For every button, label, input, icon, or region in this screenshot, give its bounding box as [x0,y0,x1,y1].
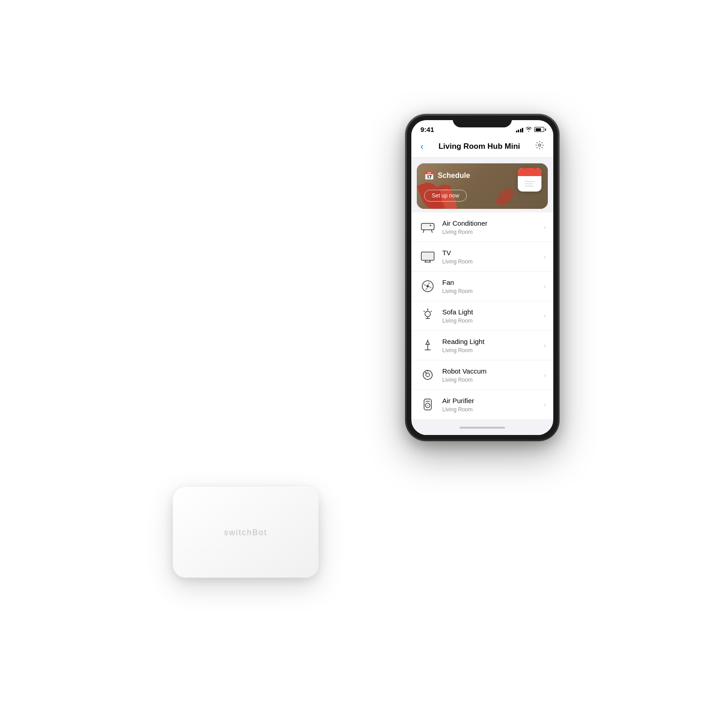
nav-bar: ‹ Living Room Hub Mini [411,136,553,158]
svg-rect-2 [422,224,433,227]
home-bar [460,427,505,429]
svg-point-27 [425,372,427,374]
fan-info: Fan Living Room [442,278,544,294]
air-purifier-name: Air Purifier [442,396,544,405]
ac-chevron-icon: › [544,223,546,231]
sofa-light-chevron-icon: › [544,312,546,319]
schedule-banner[interactable]: 📅 Schedule Set up now [417,163,548,209]
phone-inner: 9:41 [407,116,558,440]
phone-screen: 9:41 [411,120,553,435]
scene: switchBot 9:41 [159,114,569,614]
fan-location: Living Room [442,288,544,294]
robot-vacuum-info: Robot Vaccum Living Room [442,367,544,383]
tv-location: Living Room [442,258,544,265]
setup-now-button[interactable]: Set up now [424,190,467,202]
air-purifier-chevron-icon: › [544,401,546,408]
tv-icon [419,248,437,266]
svg-point-26 [426,373,430,377]
ac-location: Living Room [442,229,544,235]
sofa-light-icon [419,307,437,325]
page-title: Living Room Hub Mini [439,142,520,151]
reading-light-info: Reading Light Living Room [442,337,544,354]
hub-brand-label: switchBot [224,528,267,537]
wifi-icon [526,127,532,132]
schedule-label: Schedule [438,172,470,180]
sofa-light-info: Sofa Light Living Room [442,308,544,324]
status-time: 9:41 [420,126,434,133]
svg-point-25 [423,370,432,379]
ac-icon [419,218,437,236]
sofa-light-name: Sofa Light [442,308,544,317]
schedule-title-row: 📅 Schedule [424,171,541,181]
status-icons [516,127,545,132]
device-item-fan[interactable]: Fan Living Room › [411,272,553,301]
back-button[interactable]: ‹ [420,141,424,152]
signal-bars-icon [516,127,524,132]
sofa-light-location: Living Room [442,318,544,324]
svg-line-3 [423,230,424,233]
air-purifier-info: Air Purifier Living Room [442,396,544,413]
device-item-sofa-light[interactable]: Sofa Light Living Room › [411,301,553,331]
fan-name: Fan [442,278,544,287]
air-purifier-location: Living Room [442,406,544,413]
device-item-robot-vacuum[interactable]: Robot Vaccum Living Room › [411,360,553,390]
robot-vacuum-icon [419,366,437,384]
svg-line-4 [431,230,432,233]
battery-icon [534,127,544,132]
notch [453,116,512,127]
tv-info: TV Living Room [442,248,544,265]
schedule-icon: 📅 [424,171,434,181]
svg-point-0 [539,144,541,147]
reading-light-location: Living Room [442,347,544,354]
ac-info: Air Conditioner Living Room [442,219,544,235]
phone: 9:41 [405,114,560,441]
robot-vacuum-chevron-icon: › [544,371,546,379]
reading-light-chevron-icon: › [544,342,546,349]
fan-chevron-icon: › [544,283,546,290]
fan-icon [419,277,437,295]
robot-vacuum-location: Living Room [442,377,544,383]
svg-line-19 [431,311,432,312]
device-item-ac[interactable]: Air Conditioner Living Room › [411,212,553,242]
content-area: 📅 Schedule Set up now [411,158,553,423]
svg-rect-8 [422,253,433,259]
robot-vacuum-name: Robot Vaccum [442,367,544,376]
svg-point-21 [426,312,430,316]
air-purifier-icon [419,395,437,414]
settings-icon[interactable] [535,141,544,152]
svg-point-5 [430,225,431,226]
reading-light-name: Reading Light [442,337,544,346]
tv-chevron-icon: › [544,253,546,260]
svg-line-18 [424,311,425,312]
svg-point-31 [427,404,429,406]
device-item-reading-light[interactable]: Reading Light Living Room › [411,331,553,360]
ac-name: Air Conditioner [442,219,544,228]
home-indicator [411,423,553,435]
tv-name: TV [442,248,544,258]
reading-light-icon [419,336,437,354]
hub-device: switchBot [173,487,318,578]
svg-point-13 [427,285,429,288]
device-item-air-purifier[interactable]: Air Purifier Living Room › [411,390,553,419]
device-list: Air Conditioner Living Room › [411,212,553,419]
device-item-tv[interactable]: TV Living Room › [411,242,553,272]
